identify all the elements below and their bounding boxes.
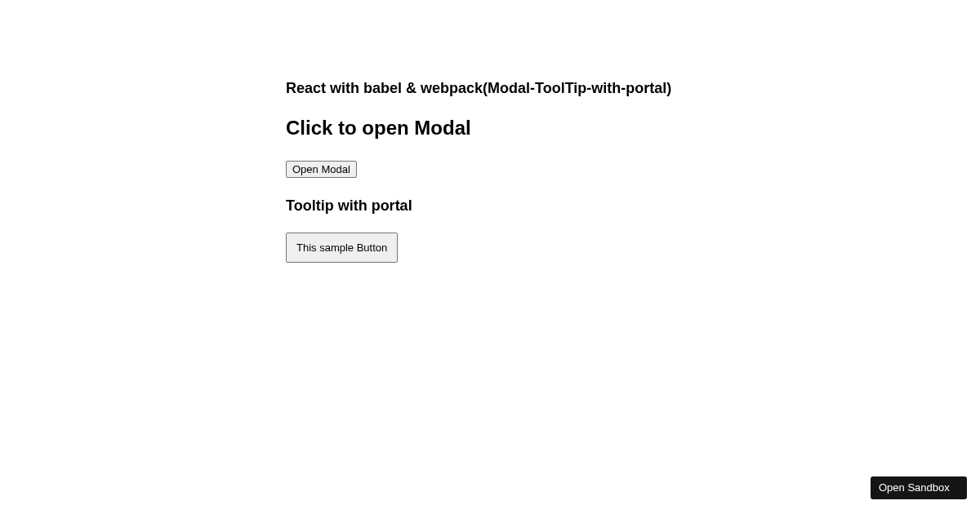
tooltip-section-heading: Tooltip with portal [286, 197, 980, 215]
open-modal-button[interactable]: Open Modal [286, 161, 357, 178]
sample-button[interactable]: This sample Button [286, 233, 398, 263]
page-title: React with babel & webpack(Modal-ToolTip… [286, 80, 980, 97]
open-sandbox-button[interactable]: Open Sandbox [871, 476, 967, 499]
main-content: React with babel & webpack(Modal-ToolTip… [286, 0, 980, 263]
modal-section-heading: Click to open Modal [286, 117, 980, 140]
